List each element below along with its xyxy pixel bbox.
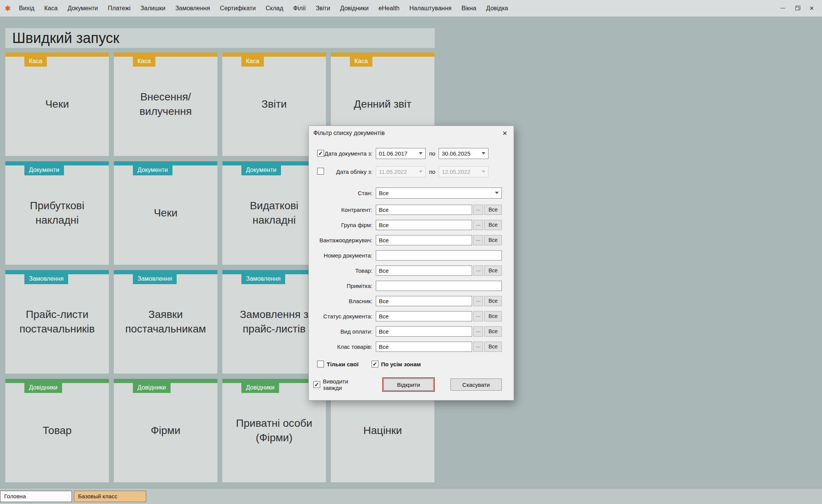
tile-kasa-cheky[interactable]: Каса Чеки xyxy=(5,52,109,156)
all-button[interactable]: Все xyxy=(484,342,502,352)
date-accounting-row: Дата обліку з: 11.05.2022 по 12.05.2022 xyxy=(309,162,502,181)
menu-kasa[interactable]: Каса xyxy=(39,5,62,12)
tile-firmy[interactable]: Довідники Фірми xyxy=(114,379,217,482)
lookup-ellipsis-button[interactable]: … xyxy=(473,296,483,306)
menu-nalashtuvannya[interactable]: Налаштування xyxy=(404,5,456,12)
vantazhooderzhuvach-input[interactable] xyxy=(376,235,472,245)
tile-label: Внесення/вилучення xyxy=(114,52,217,156)
menu-sklad[interactable]: Склад xyxy=(261,5,288,12)
lookup-ellipsis-button[interactable]: … xyxy=(473,342,483,352)
field-label: Вантажоодержувач: xyxy=(319,237,372,243)
menu-dovidka[interactable]: Довідка xyxy=(481,5,513,12)
date-document-to-select[interactable]: 30.06.2025 xyxy=(439,148,488,159)
window-controls: ✕ xyxy=(776,3,819,14)
restore-button[interactable] xyxy=(790,3,804,14)
all-button[interactable]: Все xyxy=(484,311,502,321)
status-dokumenta-row: Статус документа: … Все xyxy=(309,308,502,324)
menu-vykhid[interactable]: Вихід xyxy=(14,5,40,12)
tile-label: Прайс-листи постачальників xyxy=(5,270,109,374)
menu-zvity[interactable]: Звіти xyxy=(311,5,335,12)
tile-label: Прибуткові накладні xyxy=(5,161,109,265)
open-button[interactable]: Відкрити xyxy=(383,378,433,391)
tile-tovar[interactable]: Довідники Товар xyxy=(5,379,109,482)
date-accounting-to-select: 12.05.2022 xyxy=(439,166,488,177)
vlasnyk-input[interactable] xyxy=(376,296,472,306)
tab-holovna[interactable]: Головна xyxy=(0,491,72,502)
field-label: Контрагент: xyxy=(341,207,372,213)
klas-tovariv-row: Клас товарів: … Все xyxy=(309,339,502,354)
field-label: Вид оплати: xyxy=(340,328,372,335)
klas-tovariv-input[interactable] xyxy=(376,342,472,352)
menu-zamovlennya[interactable]: Замовлення xyxy=(170,5,215,12)
minimize-button[interactable] xyxy=(776,3,790,14)
menu-vikna[interactable]: Вікна xyxy=(456,5,481,12)
dialog-footer: Виводити завжди Відкрити Скасувати xyxy=(309,377,502,392)
tile-label: Заявки постачальникам xyxy=(114,270,217,374)
all-button[interactable]: Все xyxy=(484,266,502,276)
dropdown-arrow-icon xyxy=(482,170,485,173)
menu-filii[interactable]: Філії xyxy=(288,5,311,12)
cancel-button[interactable]: Скасувати xyxy=(450,378,502,391)
all-button[interactable]: Все xyxy=(484,205,502,215)
field-label: Статус документа: xyxy=(323,313,372,320)
tovar-row: Товар: … Все xyxy=(309,263,502,278)
minimize-icon xyxy=(781,8,785,8)
lookup-ellipsis-button[interactable]: … xyxy=(473,326,483,337)
all-button[interactable]: Все xyxy=(484,220,502,230)
tile-prais-lysty-postachalnykiv[interactable]: Замовлення Прайс-листи постачальників xyxy=(5,270,109,374)
dialog-close-icon[interactable]: ✕ xyxy=(496,126,514,140)
grupa-firm-input[interactable] xyxy=(376,220,472,230)
tab-bazovyi-klass[interactable]: Базовый класс xyxy=(74,491,146,502)
dialog-title: Фільтр списку документів xyxy=(313,130,385,137)
tile-prybutkovi-nakladni[interactable]: Документи Прибуткові накладні xyxy=(5,161,109,265)
all-button[interactable]: Все xyxy=(484,235,502,245)
all-button[interactable]: Все xyxy=(484,296,502,306)
lookup-ellipsis-button[interactable]: … xyxy=(473,311,483,321)
dropdown-arrow-icon xyxy=(419,152,423,154)
field-label: Номер документа: xyxy=(324,252,372,259)
all-button[interactable]: Все xyxy=(484,326,502,337)
field-label: Товар: xyxy=(355,267,372,274)
menu-platezhi[interactable]: Платежі xyxy=(103,5,136,12)
tile-dokumenty-cheky[interactable]: Документи Чеки xyxy=(114,161,217,265)
menu-dovidnyky[interactable]: Довідники xyxy=(335,5,373,12)
vyd-oplaty-input[interactable] xyxy=(376,326,472,337)
field-label: Власник: xyxy=(349,298,372,304)
po-usim-zonam-checkbox[interactable] xyxy=(372,361,378,367)
date-accounting-checkbox[interactable] xyxy=(317,168,324,175)
tile-zaiavky-postachalnykam[interactable]: Замовлення Заявки постачальникам xyxy=(114,270,217,374)
dropdown-arrow-icon xyxy=(419,170,423,173)
field-label: Примітка: xyxy=(347,283,372,289)
dropdown-arrow-icon xyxy=(482,152,485,154)
nomer-dokumenta-row: Номер документа: xyxy=(309,248,502,263)
status-bar: Головна Базовый класс xyxy=(0,488,822,504)
lookup-ellipsis-button[interactable]: … xyxy=(473,266,483,276)
menu-zalyshky[interactable]: Залишки xyxy=(136,5,171,12)
prymitka-row: Примітка: xyxy=(309,278,502,293)
vyvodyty-zavzhdy-checkbox[interactable] xyxy=(313,381,320,388)
tilky-svoi-label: Тільки свої xyxy=(327,361,359,367)
prymitka-input[interactable] xyxy=(376,281,502,291)
lookup-ellipsis-button[interactable]: … xyxy=(473,220,483,230)
date-document-checkbox[interactable] xyxy=(317,150,324,157)
menu-dokumenty[interactable]: Документи xyxy=(62,5,103,12)
menu-ehealth[interactable]: eHealth xyxy=(373,5,404,12)
lookup-ellipsis-button[interactable]: … xyxy=(473,205,483,215)
date-document-from-select[interactable]: 01.06.2017 xyxy=(376,148,426,159)
kontragent-input[interactable] xyxy=(376,205,472,215)
state-label: Стан: xyxy=(358,190,372,196)
tilky-svoi-checkbox[interactable] xyxy=(317,361,324,367)
menu-bar: ✱ Вихід Каса Документи Платежі Залишки З… xyxy=(0,0,822,17)
lookup-ellipsis-button[interactable]: … xyxy=(473,235,483,245)
tile-label: Фірми xyxy=(114,379,217,482)
status-dokumenta-input[interactable] xyxy=(376,311,472,321)
state-select[interactable]: Все xyxy=(376,188,502,199)
app-logo-icon: ✱ xyxy=(5,4,11,13)
tovar-input[interactable] xyxy=(376,266,472,276)
menu-sertyfikaty[interactable]: Сертифікати xyxy=(215,5,261,12)
nomer-dokumenta-input[interactable] xyxy=(376,250,502,261)
close-button[interactable]: ✕ xyxy=(804,3,819,14)
po-usim-zonam-label: По усім зонам xyxy=(381,361,421,367)
tile-vnesennya-vyluchennya[interactable]: Каса Внесення/вилучення xyxy=(114,52,217,156)
page-title: Швидкий запуск xyxy=(5,28,435,48)
